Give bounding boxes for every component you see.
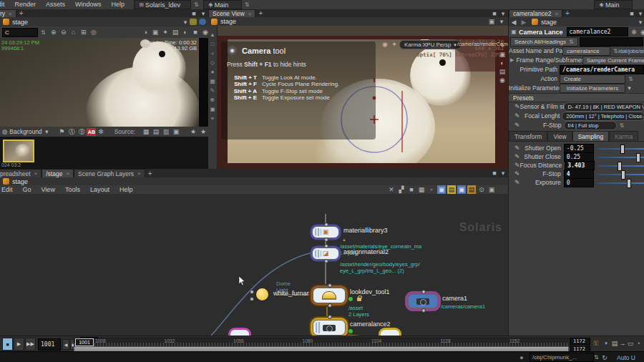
dropdown-icon[interactable]: ▾ (181, 18, 190, 26)
parameters-tab[interactable]: cameralance2× (509, 9, 562, 18)
input-connector[interactable] (421, 290, 426, 294)
node-clipped-yellow[interactable] (381, 330, 399, 336)
network-toolbar-icons-9[interactable]: ⊙ (477, 185, 486, 194)
display-tool-icons-2[interactable]: ✦ (161, 28, 170, 36)
stop-button[interactable]: ■ (2, 338, 13, 351)
prev-key-button[interactable]: ◀ (62, 339, 69, 350)
pane-menu-icon[interactable]: ■ (490, 9, 499, 18)
gear-icon[interactable]: ✻ (630, 28, 638, 36)
tab-transform[interactable]: Transform (509, 131, 547, 141)
network-toolbar-icons-2[interactable]: ■ (407, 185, 416, 194)
node-camera1[interactable]: camera1 /cameras/camera1 (408, 294, 438, 308)
shutter-open-slider[interactable] (597, 145, 644, 152)
context-spinner[interactable]: ⇅ (594, 354, 599, 361)
pin-icon[interactable]: ◉ (639, 28, 644, 36)
net-menu-view[interactable]: View (36, 185, 60, 195)
network-toolbar-icons-8[interactable]: ▤ (467, 185, 476, 194)
input-connector[interactable] (324, 244, 328, 248)
input-connector[interactable] (328, 315, 332, 319)
display-tool-icons-0[interactable]: ◑ (141, 28, 150, 36)
asset-name-select[interactable]: cameralance (562, 47, 610, 56)
presets-header[interactable]: Presets (509, 93, 644, 102)
network-toolbar-icons-5[interactable]: ▣ (437, 185, 446, 194)
shelf-spinner[interactable]: ⇅ (245, 1, 250, 8)
play-button[interactable]: ▶ (14, 338, 24, 351)
key-icon[interactable]: ⚿ (592, 339, 600, 348)
current-frame-marker[interactable]: 1001 (75, 338, 94, 346)
render-image[interactable]: 24 03:29:12 PM999468:1 Render Time: 0:00… (0, 38, 208, 127)
network-toolbar-icons-0[interactable]: ✕ (387, 185, 396, 194)
input-connector[interactable] (250, 290, 254, 294)
output-connector[interactable] (421, 308, 426, 313)
pane-menu-icon[interactable]: ■ (190, 9, 198, 18)
right-main-selector[interactable]: ◈ Main (594, 0, 633, 9)
network-toolbar-icons-1[interactable]: ▞ (397, 185, 406, 194)
node-materiallibrary3[interactable]: ▣ materiallibrary3 ▲ /asset/materials/ey… (312, 226, 339, 238)
spreadsheet-tab[interactable]: preadsheet× (0, 169, 42, 177)
menu-edit[interactable]: Edit (0, 0, 10, 9)
exposure-slider[interactable] (597, 179, 644, 187)
viewport-tool-column-7[interactable]: ⊕ (209, 95, 217, 104)
display-tool-icons-5[interactable]: ■ (191, 28, 200, 36)
context-path-field[interactable]: /obj/Chipmunk_... (530, 353, 594, 362)
pane-menu-icon[interactable]: ■ (490, 169, 499, 177)
dropdown-icon[interactable]: ▾ (636, 18, 644, 26)
pencil-icon[interactable]: ✎ (514, 145, 520, 152)
menu-assets[interactable]: Assets (41, 0, 70, 9)
output-connector[interactable] (324, 238, 328, 242)
node-cameralance2[interactable]: cameralance2 /cameras/renderCamera 2 Lay… (313, 320, 346, 336)
network-toolbar-icons-10[interactable]: ▣ (487, 185, 496, 194)
star-icons-1[interactable]: ★ (199, 127, 208, 136)
exposure-field[interactable]: 0 (564, 178, 594, 187)
viewport-tool-column-5[interactable]: ▦ (209, 77, 217, 86)
snapshot-icon[interactable] (190, 19, 197, 25)
display-tool-icons-4[interactable]: ◐ (181, 28, 190, 36)
pencil-icon[interactable]: ✎ (514, 170, 520, 177)
sensor-preset[interactable]: D- 47.19 | 8K | RED WEAPON VV 8K FF | 4 (564, 102, 644, 112)
network-breadcrumb[interactable]: stage (12, 178, 28, 185)
network-toolbar-icons-7[interactable]: ▣ (457, 185, 466, 194)
sample-current-frame-button[interactable]: Sample Current Frame (582, 56, 644, 65)
collapse-arrow-icon[interactable]: ▶ (510, 57, 514, 63)
message-bubble-icon[interactable]: ● (517, 353, 526, 362)
network-toolbar-icons-4[interactable]: ▫ (427, 185, 436, 194)
input-connector[interactable] (324, 222, 328, 227)
realtime-icon[interactable]: ◔ (634, 339, 643, 348)
close-icon[interactable]: × (248, 11, 252, 17)
viewport-tool-column-2[interactable]: ＋ (209, 49, 217, 58)
layout-grid-icons-3[interactable]: ▣ (172, 127, 180, 136)
ab-compare-icons-0[interactable]: ⚑ (57, 127, 66, 136)
search-scope-button[interactable]: Search All/Headings⇅ (510, 37, 578, 47)
pane-dropdown-icon[interactable]: ▾ (499, 9, 507, 18)
viewport-tool-column-8[interactable]: ▣ (209, 104, 217, 114)
snapshot-thumbnail[interactable] (3, 140, 34, 162)
viewport-tool-column-4[interactable]: ● (209, 67, 217, 77)
range-end-field[interactable]: 1172 (570, 338, 590, 345)
asset-spinner[interactable]: ⇅ (613, 48, 618, 54)
desktop-selector[interactable]: ⊞ Solaris_ldev (134, 0, 191, 9)
gear-icon[interactable]: ✻ (97, 127, 104, 136)
display-tool-icons-1[interactable]: ▣ (151, 28, 160, 36)
node-assignmaterial2[interactable]: ◪ assignmaterial2 /asset/render/geo/body… (312, 248, 339, 260)
fstop-preset[interactable]: f/4 | Full stop (564, 121, 617, 130)
pencil-icon[interactable]: ✎ (514, 122, 520, 129)
new-tab-button[interactable]: + (19, 9, 24, 17)
view-tool-icons-1[interactable]: ⊖ (59, 28, 68, 36)
background-select[interactable]: Background (9, 128, 42, 135)
node-lookdev-tool1[interactable]: lookdev_tool1 /asset 2 Layers (313, 288, 346, 303)
sync-icon[interactable] (199, 19, 206, 25)
close-icon[interactable]: × (9, 11, 12, 17)
pencil-icon[interactable]: ✎ (514, 179, 520, 186)
display-tool-icons-3[interactable]: ▤ (171, 28, 180, 36)
pencil-icon[interactable]: ✎ (514, 112, 520, 119)
primitive-path-field[interactable]: /cameras/renderCamera (560, 65, 644, 74)
view-tool-icons-0[interactable]: ⊕ (49, 28, 58, 36)
current-frame-field[interactable]: 1001 (38, 338, 61, 351)
viewport-tool-column-0[interactable]: ▲ (209, 30, 217, 39)
view-tool-icons-3[interactable]: ⊞ (79, 28, 88, 36)
key-dropdown-icon[interactable]: ▾ (602, 339, 610, 348)
dropdown-icon[interactable]: ▾ (626, 84, 633, 92)
output-connector[interactable] (328, 303, 332, 308)
breadcrumb[interactable]: stage (220, 18, 236, 25)
left-pane-tab[interactable]: ry× (0, 9, 16, 18)
